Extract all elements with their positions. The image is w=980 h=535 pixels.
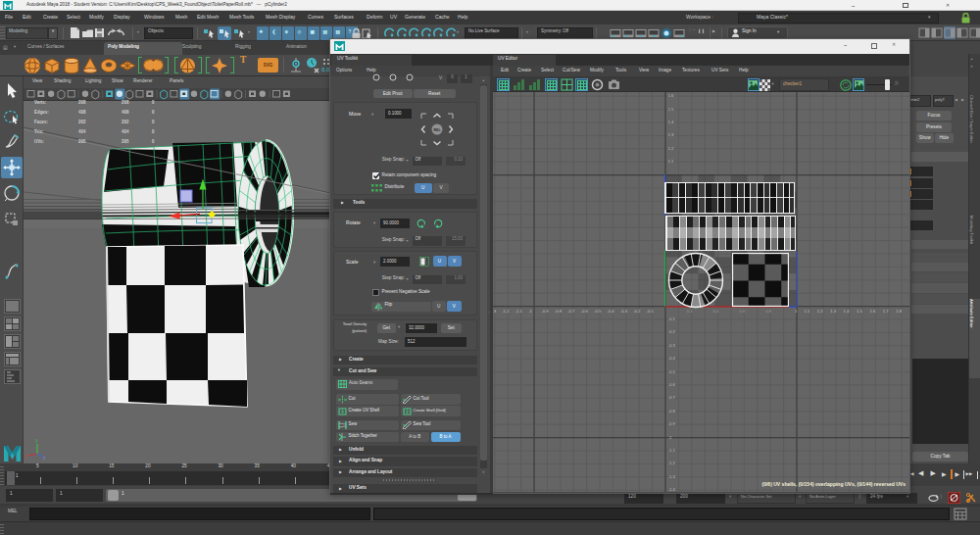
svg-text:REL: REL: [433, 128, 441, 132]
